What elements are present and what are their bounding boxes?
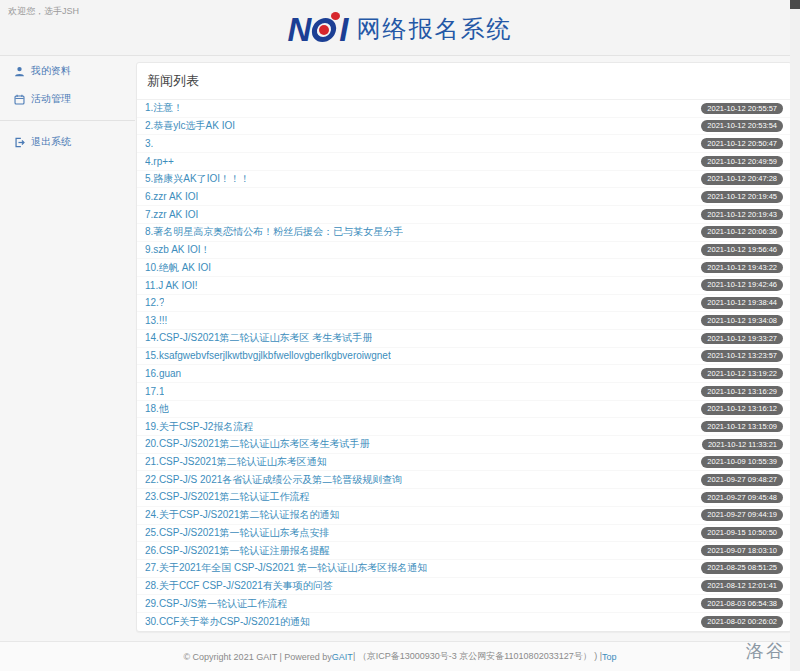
news-link[interactable]: 4.rp++	[145, 156, 174, 167]
copyright-text: © Copyright 2021 GAIT | Powered by	[183, 652, 331, 662]
news-link[interactable]: 20.CSP-J/S2021第二轮认证山东考区考生考试手册	[145, 437, 370, 451]
sidebar-item-activities[interactable]: 活动管理	[0, 85, 135, 113]
news-row: 21.CSP-JS2021第二轮认证山东考区通知 2021-10-09 10:5…	[137, 454, 791, 472]
panel-title: 新闻列表	[137, 63, 791, 100]
news-time-badge: 2021-09-27 09:44:19	[701, 509, 783, 521]
news-link[interactable]: 29.CSP-J/S第一轮认证工作流程	[145, 597, 287, 611]
news-time-badge: 2021-10-12 20:49:59	[701, 156, 783, 168]
news-link[interactable]: 16.guan	[145, 368, 181, 379]
news-row: 13.!!! 2021-10-12 19:34:08	[137, 312, 791, 330]
news-row: 5.路康兴AK了IOI！！！ 2021-10-12 20:47:28	[137, 171, 791, 189]
news-time-badge: 2021-10-12 20:50:47	[701, 138, 783, 150]
news-time-badge: 2021-10-12 19:42:46	[701, 279, 783, 291]
news-row: 11.J AK IOI! 2021-10-12 19:42:46	[137, 277, 791, 295]
news-time-badge: 2021-10-12 19:38:44	[701, 297, 783, 309]
news-time-badge: 2021-10-12 20:06:36	[701, 226, 783, 238]
sidebar-item-profile[interactable]: 我的资料	[0, 57, 135, 85]
news-row: 19.关于CSP-J2报名流程 2021-10-12 13:15:09	[137, 418, 791, 436]
news-time-badge: 2021-09-27 09:45:48	[701, 492, 783, 504]
news-link[interactable]: 27.关于2021年全国 CSP-J/S2021 第一轮认证山东考区报名通知	[145, 561, 427, 575]
news-time-badge: 2021-10-12 20:47:28	[701, 173, 783, 185]
news-panel: 新闻列表 1.注意！ 2021-10-12 20:55:57 2.恭喜ylc选手…	[136, 62, 792, 632]
news-row: 24.关于CSP-J/S2021第二轮认证报名的通知 2021-09-27 09…	[137, 507, 791, 525]
news-row: 30.CCF关于举办CSP-J/S2021的通知 2021-08-02 00:2…	[137, 613, 791, 631]
news-time-badge: 2021-10-12 19:33:27	[701, 333, 783, 345]
news-link[interactable]: 1.注意！	[145, 101, 183, 115]
logo-letter-i: I	[339, 13, 346, 46]
news-row: 25.CSP-J/S2021第一轮认证山东考点安排 2021-09-15 10:…	[137, 525, 791, 543]
news-link[interactable]: 23.CSP-J/S2021第二轮认证工作流程	[145, 490, 310, 504]
news-row: 17.1 2021-10-12 13:16:29	[137, 383, 791, 401]
news-row: 22.CSP-J/S 2021各省认证成绩公示及第二轮晋级规则查询 2021-0…	[137, 471, 791, 489]
calendar-icon	[14, 94, 25, 105]
news-link[interactable]: 22.CSP-J/S 2021各省认证成绩公示及第二轮晋级规则查询	[145, 473, 402, 487]
news-time-badge: 2021-08-12 12:01:41	[701, 580, 783, 592]
news-link[interactable]: 25.CSP-J/S2021第一轮认证山东考点安排	[145, 526, 330, 540]
news-time-badge: 2021-10-12 20:53:54	[701, 120, 783, 132]
back-to-top-link[interactable]: Top	[602, 652, 617, 662]
news-time-badge: 2021-10-12 13:19:22	[701, 368, 783, 380]
news-link[interactable]: 13.!!!	[145, 315, 167, 326]
news-time-badge: 2021-09-07 18:03:10	[701, 545, 783, 557]
news-row: 20.CSP-J/S2021第二轮认证山东考区考生考试手册 2021-10-12…	[137, 436, 791, 454]
news-link[interactable]: 26.CSP-J/S2021第一轮认证注册报名提醒	[145, 544, 330, 558]
news-row: 26.CSP-J/S2021第一轮认证注册报名提醒 2021-09-07 18:…	[137, 542, 791, 560]
news-link[interactable]: 11.J AK IOI!	[145, 280, 198, 291]
news-time-badge: 2021-10-12 20:19:45	[701, 191, 783, 203]
luogu-watermark: 洛谷	[746, 639, 786, 663]
news-link[interactable]: 30.CCF关于举办CSP-J/S2021的通知	[145, 615, 310, 629]
news-time-badge: 2021-09-27 09:48:27	[701, 474, 783, 486]
news-time-badge: 2021-10-12 13:16:12	[701, 403, 783, 415]
news-row: 7.zzr AK IOI 2021-10-12 20:19:43	[137, 206, 791, 224]
page-footer: © Copyright 2021 GAIT | Powered by GAIT …	[0, 641, 800, 671]
scrollbar-track[interactable]	[790, 0, 800, 671]
brand: N I 网络报名系统	[0, 8, 800, 50]
news-row: 12.? 2021-10-12 19:38:44	[137, 295, 791, 313]
sidebar-item-label: 退出系统	[31, 135, 71, 149]
news-row: 1.注意！ 2021-10-12 20:55:57	[137, 100, 791, 118]
news-time-badge: 2021-10-12 19:43:22	[701, 262, 783, 274]
news-row: 16.guan 2021-10-12 13:19:22	[137, 365, 791, 383]
news-link[interactable]: 17.1	[145, 386, 164, 397]
news-link[interactable]: 21.CSP-JS2021第二轮认证山东考区通知	[145, 455, 327, 469]
sidebar-item-label: 我的资料	[31, 64, 71, 78]
news-link[interactable]: 7.zzr AK IOI	[145, 209, 198, 220]
scrollbar-thumb[interactable]	[790, 0, 800, 9]
news-time-badge: 2021-08-02 00:26:02	[701, 616, 783, 628]
news-row: 2.恭喜ylc选手AK IOI 2021-10-12 20:53:54	[137, 118, 791, 136]
logo-letter-n: N	[287, 13, 309, 46]
news-link[interactable]: 9.szb AK IOI！	[145, 243, 211, 257]
news-row: 23.CSP-J/S2021第二轮认证工作流程 2021-09-27 09:45…	[137, 489, 791, 507]
news-row: 27.关于2021年全国 CSP-J/S2021 第一轮认证山东考区报名通知 2…	[137, 560, 791, 578]
sidebar-item-logout[interactable]: 退出系统	[0, 128, 135, 156]
news-time-badge: 2021-09-15 10:50:50	[701, 527, 783, 539]
icp-text: | （京ICP备13000930号-3 京公网安备11010802033127号…	[353, 650, 602, 663]
news-link[interactable]: 5.路康兴AK了IOI！！！	[145, 172, 250, 186]
sidebar: 我的资料 活动管理 退出系统	[0, 57, 135, 641]
news-time-badge: 2021-08-03 06:54:38	[701, 598, 783, 610]
news-link[interactable]: 19.关于CSP-J2报名流程	[145, 420, 253, 434]
news-link[interactable]: 6.zzr AK IOI	[145, 191, 198, 202]
news-link[interactable]: 8.著名明星高京奥恋情公布！粉丝后援会：已与某女星分手	[145, 225, 403, 239]
powered-by-link[interactable]: GAIT	[332, 652, 353, 662]
news-list: 1.注意！ 2021-10-12 20:55:57 2.恭喜ylc选手AK IO…	[137, 100, 791, 631]
news-time-badge: 2021-10-12 20:55:57	[701, 103, 783, 115]
news-link[interactable]: 12.?	[145, 297, 164, 308]
news-row: 10.绝帆 AK IOI 2021-10-12 19:43:22	[137, 259, 791, 277]
news-row: 9.szb AK IOI！ 2021-10-12 19:56:46	[137, 242, 791, 260]
news-link[interactable]: 28.关于CCF CSP-J/S2021有关事项的问答	[145, 579, 333, 593]
news-link[interactable]: 2.恭喜ylc选手AK IOI	[145, 119, 235, 133]
top-header: 欢迎您，选手JSH N I 网络报名系统	[0, 0, 800, 56]
news-link[interactable]: 3.	[145, 138, 153, 149]
news-link[interactable]: 15.ksafgwebvfserjlkwtbvgjlkbfwellovgberl…	[145, 350, 391, 361]
news-link[interactable]: 14.CSP-J/S2021第二轮认证山东考区 考生考试手册	[145, 331, 372, 345]
news-row: 6.zzr AK IOI 2021-10-12 20:19:45	[137, 188, 791, 206]
sidebar-divider	[0, 120, 135, 121]
news-row: 15.ksafgwebvfserjlkwtbvgjlkbfwellovgberl…	[137, 348, 791, 366]
news-link[interactable]: 10.绝帆 AK IOI	[145, 261, 211, 275]
news-link[interactable]: 18.他	[145, 402, 169, 416]
news-link[interactable]: 24.关于CSP-J/S2021第二轮认证报名的通知	[145, 508, 340, 522]
site-title: 网络报名系统	[357, 13, 513, 45]
news-row: 4.rp++ 2021-10-12 20:49:59	[137, 153, 791, 171]
news-row: 29.CSP-J/S第一轮认证工作流程 2021-08-03 06:54:38	[137, 595, 791, 613]
